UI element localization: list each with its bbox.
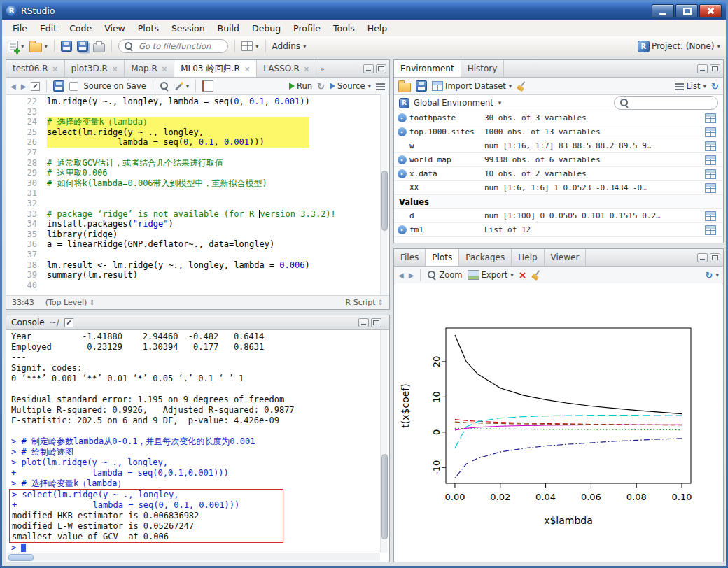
console-hscrollbar[interactable] [7, 553, 380, 561]
popout-icon[interactable] [64, 318, 74, 327]
export-button[interactable]: Export▾ [468, 270, 514, 280]
view-data-icon[interactable] [705, 183, 716, 193]
chevron-down-icon[interactable]: ▾ [21, 43, 24, 50]
load-workspace-icon[interactable] [398, 83, 411, 92]
menu-profile[interactable]: Profile [287, 20, 327, 36]
chevron-down-icon[interactable]: ▾ [303, 43, 307, 50]
nav-back-icon[interactable]: ◀ [10, 83, 16, 90]
env-row-d[interactable]: dnum [1:100] 0 0.0505 0.101 0.1515 0.2… [394, 209, 723, 223]
menu-code[interactable]: Code [63, 20, 98, 36]
source-on-save-checkbox[interactable] [69, 82, 78, 91]
editor-tab-ml03-.r[interactable]: ML03-岭回归.R× [174, 60, 257, 77]
goto-file-input[interactable] [137, 41, 223, 52]
run-button[interactable]: Run [289, 81, 312, 91]
chevron-down-icon[interactable]: ▾ [45, 43, 48, 50]
plots-tab-packages[interactable]: Packages [459, 249, 512, 266]
filetype-selector[interactable]: R Script⇕ [346, 298, 384, 307]
clear-workspace-icon[interactable] [517, 81, 526, 91]
env-row-toothpaste[interactable]: ▸toothpaste30 obs. of 3 variables [394, 111, 723, 125]
environment-search[interactable] [614, 96, 718, 110]
view-data-icon[interactable] [705, 169, 716, 179]
display-mode-button[interactable]: List▾ [675, 81, 706, 91]
find-icon[interactable] [160, 81, 169, 91]
previous-plot-icon[interactable]: ◀ [398, 271, 404, 279]
pane-minimize-button[interactable] [358, 318, 369, 327]
compile-notebook-icon[interactable] [202, 80, 214, 92]
env-row-w[interactable]: wnum [1:16, 1:7] 83 88.5 88.2 89.5 9… [394, 139, 723, 153]
plots-tab-files[interactable]: Files [394, 249, 426, 266]
pane-minimize-button[interactable] [363, 64, 374, 73]
document-outline-icon[interactable] [376, 83, 385, 90]
plots-tab-help[interactable]: Help [512, 249, 544, 266]
import-dataset-button[interactable]: Import Dataset▾ [432, 81, 512, 91]
expand-icon[interactable]: ▸ [398, 169, 407, 178]
code-editor[interactable]: 22lm.ridge(y ~., longley, lambda = seq(0… [6, 94, 381, 295]
close-tab-icon[interactable]: × [52, 65, 57, 73]
view-data-icon[interactable] [705, 155, 716, 165]
close-button[interactable] [699, 4, 722, 17]
chevron-down-icon[interactable]: ▾ [509, 83, 512, 90]
chevron-down-icon[interactable]: ▾ [510, 271, 514, 278]
chevron-down-icon[interactable]: ▾ [717, 43, 720, 50]
chevron-down-icon[interactable]: ▾ [368, 83, 371, 90]
editor-tab-map.r[interactable]: Map.R× [125, 60, 174, 77]
save-workspace-icon[interactable] [416, 80, 427, 92]
rerun-icon[interactable]: ↻ [317, 81, 325, 92]
menu-build[interactable]: Build [211, 20, 246, 36]
minimize-button[interactable] [652, 4, 674, 17]
save-all-button[interactable] [77, 41, 88, 52]
scrollbar-thumb[interactable] [382, 171, 388, 231]
menu-edit[interactable]: Edit [34, 20, 63, 36]
expand-icon[interactable]: ▸ [398, 225, 407, 234]
view-data-icon[interactable] [705, 113, 716, 123]
addins-button[interactable]: Addins▾ [272, 41, 307, 51]
menu-session[interactable]: Session [165, 20, 211, 36]
pane-maximize-button[interactable] [710, 64, 720, 73]
scope-selector[interactable]: (Top Level)⇕ [46, 298, 95, 307]
popout-icon[interactable] [31, 82, 40, 91]
editor-tab-test06.r[interactable]: test06.R× [6, 60, 65, 77]
new-file-button[interactable]: ▾ [8, 41, 24, 52]
new-project-button[interactable]: ▾ [29, 41, 48, 52]
menu-plots[interactable]: Plots [132, 20, 165, 36]
expand-icon[interactable]: ▸ [398, 127, 407, 136]
pane-maximize-button[interactable] [371, 318, 382, 327]
scrollbar-thumb[interactable] [8, 554, 34, 561]
clear-all-plots-icon[interactable] [531, 270, 541, 280]
expand-icon[interactable]: ▸ [398, 113, 407, 122]
scrollbar-thumb[interactable] [382, 454, 388, 539]
env-row-top.1000.sites[interactable]: ▸top.1000.sites1000 obs. of 13 variables [394, 125, 723, 139]
editor-tab-lasso.r[interactable]: LASSO.R× [257, 60, 316, 77]
env-row-xx[interactable]: XXnum [1:6, 1:6] 1 0.0523 -0.3434 -0… [394, 181, 723, 195]
chevron-down-icon[interactable]: ▾ [186, 83, 190, 90]
menu-help[interactable]: Help [361, 20, 394, 36]
code-tools-button[interactable]: ▾ [174, 82, 190, 91]
close-tab-icon[interactable]: × [112, 65, 118, 73]
titlebar[interactable]: R RStudio [2, 2, 726, 20]
nav-forward-icon[interactable]: ▶ [21, 83, 27, 90]
refresh-icon[interactable]: ↻ [711, 81, 719, 92]
chevron-down-icon[interactable]: ▾ [715, 271, 719, 278]
view-data-icon[interactable] [705, 225, 716, 235]
console-header[interactable]: Console ~/ [6, 315, 389, 330]
publish-refresh-button[interactable]: ↻▾ [706, 270, 719, 281]
env-row-x.data[interactable]: ▸x.data10 obs. of 2 variables [394, 167, 723, 181]
maximize-button[interactable] [676, 4, 698, 17]
console-scrollbar[interactable] [380, 330, 388, 553]
view-data-icon[interactable] [705, 127, 716, 137]
source-button[interactable]: Source▾ [330, 81, 371, 91]
env-row-fm1[interactable]: ▸fm1List of 12 [394, 223, 723, 237]
editor-tab-plot3d.r[interactable]: plot3D.R× [65, 60, 125, 77]
project-menu[interactable]: RProject: (None)▾ [638, 41, 720, 52]
plots-tab-viewer[interactable]: Viewer [545, 249, 587, 266]
plots-tab-plots[interactable]: Plots [426, 249, 459, 266]
close-tab-icon[interactable]: × [244, 65, 250, 73]
expand-icon[interactable]: ▸ [398, 155, 407, 164]
tab-overflow-icon[interactable]: » [316, 64, 328, 73]
goto-file-search[interactable] [118, 39, 228, 53]
pane-maximize-button[interactable] [710, 253, 720, 262]
remove-plot-icon[interactable]: × [519, 271, 527, 278]
menu-tools[interactable]: Tools [327, 20, 361, 36]
pane-minimize-button[interactable] [697, 64, 708, 73]
menu-debug[interactable]: Debug [246, 20, 287, 36]
